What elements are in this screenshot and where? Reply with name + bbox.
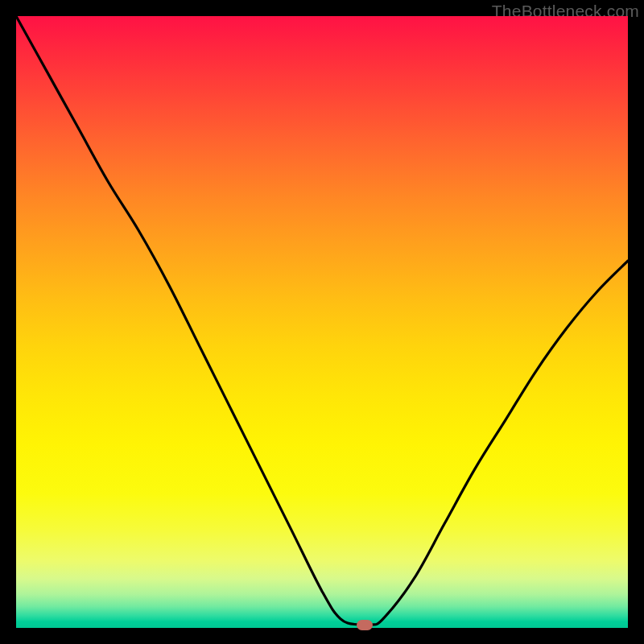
bottleneck-curve xyxy=(16,16,628,628)
chart-frame: TheBottleneck.com xyxy=(0,0,644,644)
optimal-marker xyxy=(357,620,373,630)
plot-area xyxy=(16,16,628,628)
